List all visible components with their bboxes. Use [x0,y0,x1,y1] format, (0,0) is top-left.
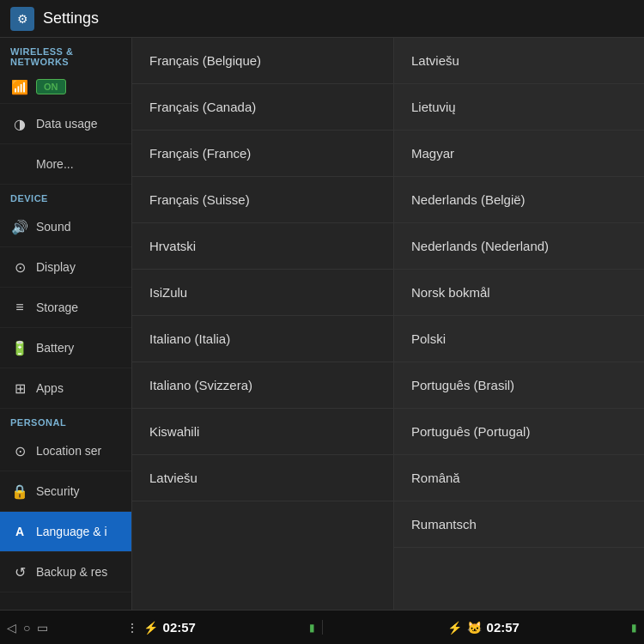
sidebar-item-label: Storage [36,301,78,314]
sidebar-item-label: More... [36,157,74,171]
right-list-item[interactable]: Nederlands (België) [394,177,644,223]
list-item[interactable]: Hrvatski [132,223,393,270]
list-item[interactable]: Italiano (Svizzera) [132,362,393,409]
menu-icon-left: ⋮ [126,621,138,635]
right-list-item[interactable]: Latviešu [394,38,644,84]
battery-indicator-left: ▮ [309,622,315,634]
battery-status-right: ▮ [631,622,637,634]
section-header-personal: PERSONAL [0,409,131,431]
right-list-item[interactable]: Lietuvių [394,84,644,131]
sidebar-item-label: Data usage [36,117,98,131]
sidebar-item-label: Security [36,484,80,498]
settings-app-icon: ⚙ [10,7,34,31]
nav-icons: ◁ ○ ▭ [7,621,48,635]
list-item[interactable]: Français (Canada) [132,84,393,131]
home-nav-icon[interactable]: ○ [23,621,30,635]
sidebar-item-location[interactable]: ⊙ Location ser [0,431,131,471]
right-list-item[interactable]: Română [394,455,644,501]
sidebar-item-wifi[interactable]: 📶 ON [0,70,131,104]
list-item[interactable]: IsiZulu [132,270,393,316]
sidebar-item-label: Apps [36,381,64,395]
display-icon: ⊙ [10,258,29,276]
usb-icon-right: ⚡ [447,621,462,635]
right-list-item[interactable]: Rumantsch [394,501,644,548]
list-item[interactable]: Français (Belgique) [132,38,393,84]
battery-status-left: ▮ [309,622,315,634]
sidebar-item-sound[interactable]: 🔊 Sound [0,207,131,247]
location-icon: ⊙ [10,441,29,460]
backup-icon: ↺ [10,562,29,581]
list-item[interactable]: Kiswahili [132,409,393,455]
status-bar: ◁ ○ ▭ ⋮ ⚡ 02:57 ▮ ⚡ 🐱 02:57 ▮ [0,610,644,644]
storage-icon: ≡ [10,298,29,317]
list-item[interactable]: Français (Suisse) [132,177,393,223]
cat-icon-right: 🐱 [467,621,482,635]
battery-icon: 🔋 [10,338,29,357]
sidebar-item-battery[interactable]: 🔋 Battery [0,328,131,368]
right-list-item[interactable]: Nederlands (Nederland) [394,223,644,270]
sidebar-item-label: Display [36,260,76,274]
language-right-panel: LatviešuLietuviųMagyarNederlands (België… [394,38,644,610]
sidebar-item-label: Battery [36,341,74,355]
right-list-item[interactable]: Magyar [394,131,644,177]
language-list-panel: Français (Belgique)Français (Canada)Fran… [132,38,394,610]
language-icon: A [10,522,29,541]
sidebar-item-label: Location ser [36,444,101,458]
section-header-device: DEVICE [0,185,131,207]
page-title: Settings [43,9,99,27]
right-list-item[interactable]: Português (Brasil) [394,362,644,409]
sidebar-item-data-usage[interactable]: ◑ Data usage [0,104,131,144]
sidebar-item-apps[interactable]: ⊞ Apps [0,368,131,409]
main-content: WIRELESS & NETWORKS 📶 ON ◑ Data usage Mo… [0,38,644,610]
apps-icon: ⊞ [10,379,29,398]
sidebar-item-label: Language & i [36,525,107,538]
sidebar-item-more[interactable]: More... [0,144,131,185]
sound-icon: 🔊 [10,217,29,236]
wifi-toggle[interactable]: ON [36,79,66,94]
sidebar-item-security[interactable]: 🔒 Security [0,471,131,512]
status-bar-right: ⚡ 🐱 02:57 ▮ [323,620,645,635]
list-item[interactable]: Latviešu [132,455,393,501]
right-list-item[interactable]: Polski [394,316,644,362]
right-list-item[interactable]: Português (Portugal) [394,409,644,455]
sidebar-item-storage[interactable]: ≡ Storage [0,288,131,328]
clock-right: 02:57 [487,620,519,635]
sidebar-item-language[interactable]: A Language & i [0,512,131,552]
list-item[interactable]: Français (France) [132,131,393,177]
sidebar: WIRELESS & NETWORKS 📶 ON ◑ Data usage Mo… [0,38,132,610]
usb-icon-left: ⚡ [143,621,158,635]
sidebar-item-label: Sound [36,220,70,234]
title-bar: ⚙ Settings [0,0,644,38]
clock-left: 02:57 [163,620,196,635]
section-header-wireless: WIRELESS & NETWORKS [0,38,131,70]
battery-indicator-right: ▮ [631,622,637,634]
right-list-item[interactable]: Norsk bokmål [394,270,644,316]
sidebar-item-backup[interactable]: ↺ Backup & res [0,552,131,592]
more-icon [10,155,29,173]
list-item[interactable]: Italiano (Italia) [132,316,393,362]
back-nav-icon[interactable]: ◁ [7,621,16,635]
sidebar-item-display[interactable]: ⊙ Display [0,247,131,288]
recents-nav-icon[interactable]: ▭ [37,621,48,635]
wifi-icon: 📶 [10,77,29,96]
sidebar-item-label: Backup & res [36,565,107,579]
data-usage-icon: ◑ [10,114,29,133]
security-icon: 🔒 [10,482,29,501]
status-bar-left: ◁ ○ ▭ ⋮ ⚡ 02:57 ▮ [0,620,323,635]
